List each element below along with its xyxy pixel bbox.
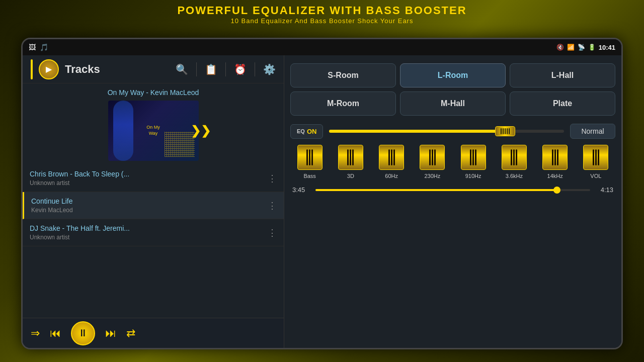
album-art-dots <box>165 132 195 157</box>
eq-band-60hz: 60Hz <box>372 145 411 179</box>
eq-on-text: ON <box>307 128 317 135</box>
eq-band-label-3d: 3D <box>347 173 354 179</box>
band-line <box>552 149 553 165</box>
band-line <box>311 149 313 165</box>
eq-band-230hz: 230Hz <box>413 145 452 179</box>
eq-on-badge[interactable]: EQ ON <box>290 124 323 139</box>
track-menu-icon[interactable]: ⋮ <box>268 227 277 238</box>
search-icon[interactable]: 🔍 <box>176 63 188 75</box>
play-icon[interactable]: ▶ <box>39 59 59 79</box>
list-item[interactable]: Chris Brown - Back To Sleep (... Unknown… <box>23 165 284 192</box>
band-line <box>472 149 474 165</box>
reverb-section: S-Room L-Room L-Hall M-Room M-Hall Plate <box>288 59 617 122</box>
player-controls: ⇒ ⏮ ⏸ ⏭ ⇄ <box>23 318 284 348</box>
current-track-title: On My Way - Kevin MacLeod <box>108 88 199 97</box>
eq-band-label-36khz: 3.6kHz <box>506 173 523 179</box>
next-track-arrow[interactable]: ❯❯ <box>191 124 211 138</box>
band-line <box>593 149 594 165</box>
playlist-icon[interactable]: 📋 <box>205 63 217 75</box>
status-bar-right: 🔇 📶 📡 🔋 10:41 <box>556 44 615 51</box>
band-line <box>352 149 354 165</box>
band-line <box>595 149 597 165</box>
band-line <box>347 149 349 165</box>
wifi-icon: 📶 <box>567 44 575 51</box>
track-info: DJ Snake - The Half ft. Jeremi... Unknow… <box>30 224 130 241</box>
eq-preset-normal-badge[interactable]: Normal <box>570 124 615 139</box>
thumb-lines <box>501 128 510 134</box>
band-line <box>511 149 512 165</box>
eq-band-label-bass: Bass <box>303 173 315 179</box>
band-lines <box>511 149 517 165</box>
divider-1 <box>196 62 197 76</box>
album-art: On MyWay <box>108 101 199 161</box>
band-line <box>516 149 517 165</box>
track-title: DJ Snake - The Half ft. Jeremi... <box>30 224 130 232</box>
eq-section: EQ ON <box>288 122 617 344</box>
eq-master-slider[interactable] <box>329 130 564 133</box>
band-lines <box>593 149 599 165</box>
play-pause-button[interactable]: ⏸ <box>71 321 95 345</box>
band-lines <box>347 149 354 165</box>
eq-band-slider-3d[interactable] <box>338 145 363 170</box>
eq-band-slider-910hz[interactable] <box>461 145 486 170</box>
reverb-plate-button[interactable]: Plate <box>510 92 615 116</box>
thumb-line <box>509 128 510 134</box>
divider-3 <box>255 62 255 76</box>
track-menu-icon[interactable]: ⋮ <box>268 173 277 184</box>
progress-track[interactable] <box>315 189 590 191</box>
eq-band-label-14khz: 14kHz <box>547 173 563 179</box>
reverb-m-room-button[interactable]: M-Room <box>290 92 396 116</box>
band-line <box>306 149 308 165</box>
reverb-l-hall-button[interactable]: L-Hall <box>510 63 615 87</box>
progress-fill <box>315 189 557 191</box>
eq-band-slider-36khz[interactable] <box>502 145 527 170</box>
eq-band-label-230hz: 230Hz <box>424 173 440 179</box>
eq-band-slider-60hz[interactable] <box>379 145 404 170</box>
band-line <box>434 149 436 165</box>
settings-icon[interactable]: ⚙️ <box>263 63 276 75</box>
left-panel: ▶ Tracks 🔍 📋 ⏰ ⚙️ On My Way - Kevin MacL… <box>23 55 284 348</box>
progress-thumb[interactable] <box>553 187 560 194</box>
eq-band-910hz: 910Hz <box>454 145 493 179</box>
band-line <box>432 149 433 165</box>
eq-band-slider-vol[interactable] <box>583 145 608 170</box>
header-left: ▶ Tracks <box>39 59 170 79</box>
thumb-line <box>503 128 504 134</box>
time-current: 3:45 <box>292 186 310 194</box>
eq-band-slider-230hz[interactable] <box>420 145 445 170</box>
status-bar: 🖼 🎵 🔇 📶 📡 🔋 10:41 <box>23 39 621 55</box>
list-item[interactable]: DJ Snake - The Half ft. Jeremi... Unknow… <box>23 219 284 246</box>
banner-subtitle: 10 Band Equalizer And Bass Booster Shock… <box>0 17 644 25</box>
photo-icon: 🖼 <box>29 43 36 51</box>
repeat-button[interactable]: ⇄ <box>126 327 135 340</box>
album-art-wave <box>113 101 133 161</box>
eq-band-slider-bass[interactable] <box>297 145 323 170</box>
right-panel: S-Room L-Room L-Hall M-Room M-Hall Plate… <box>284 55 621 348</box>
band-line <box>513 149 515 165</box>
top-banner: POWERFUL EQUALIZER WITH BASS BOOSTER 10 … <box>0 0 644 27</box>
next-button[interactable]: ⏭ <box>105 327 116 340</box>
eq-band-label-910hz: 910Hz <box>465 173 481 179</box>
eq-slider-thumb[interactable] <box>495 126 515 136</box>
band-lines <box>470 149 476 165</box>
reverb-l-room-button[interactable]: L-Room <box>400 63 506 87</box>
reverb-grid: S-Room L-Room L-Hall M-Room M-Hall Plate <box>290 63 615 116</box>
alarm-icon[interactable]: ⏰ <box>234 63 247 75</box>
reverb-s-room-button[interactable]: S-Room <box>290 63 396 87</box>
band-lines <box>388 149 395 165</box>
shuffle-button[interactable]: ⇒ <box>31 327 40 340</box>
band-line <box>429 149 431 165</box>
tracks-title: Tracks <box>65 63 100 76</box>
reverb-m-hall-button[interactable]: M-Hall <box>400 92 506 116</box>
track-info: Chris Brown - Back To Sleep (... Unknown… <box>30 170 129 187</box>
track-menu-icon[interactable]: ⋮ <box>268 200 277 211</box>
eq-band-slider-14khz[interactable] <box>542 145 568 170</box>
prev-button[interactable]: ⏮ <box>50 327 61 340</box>
list-item[interactable]: Continue Life Kevin MacLeod ⋮ <box>23 192 284 219</box>
main-content: ▶ Tracks 🔍 📋 ⏰ ⚙️ On My Way - Kevin MacL… <box>23 55 621 348</box>
eq-slider-fill <box>329 130 505 133</box>
time-total: 4:13 <box>595 186 613 194</box>
thumb-line <box>505 128 506 134</box>
device-frame: 🖼 🎵 🔇 📶 📡 🔋 10:41 ▶ Tracks 🔍 <box>21 38 623 349</box>
current-track: On My Way - Kevin MacLeod On MyWay ❯❯ <box>23 83 284 165</box>
